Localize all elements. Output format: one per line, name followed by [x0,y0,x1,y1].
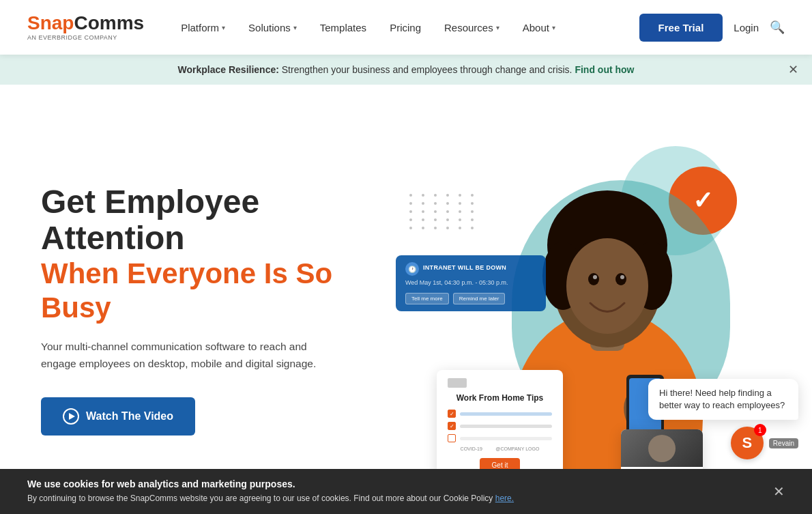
svg-point-7 [588,273,599,285]
work-checkbox-2: ✓ [448,422,456,430]
nav-solutions-label: Solutions [248,22,291,33]
nav-item-pricing[interactable]: Pricing [380,16,431,39]
announcement-body: Strengthen your business and employees t… [282,64,572,75]
chat-bubble: Hi there! Need help finding a better way… [648,379,798,420]
watch-video-label: Watch The Video [86,410,173,423]
platform-chevron-icon: ▾ [222,24,225,31]
nav-item-platform[interactable]: Platform ▾ [171,16,235,39]
notif-title: INTRANET WILL BE DOWN [423,264,506,271]
announcement-bold: Workplace Resilience: [178,64,279,75]
login-link[interactable]: Login [734,22,759,33]
notif-buttons: Tell me more Remind me later [405,293,536,304]
cookie-text: We use cookies for web analytics and mar… [27,479,759,494]
logo-snap: Snap [27,12,74,33]
nav-item-templates[interactable]: Templates [310,16,376,39]
nav-resources-label: Resources [444,22,493,33]
play-circle-icon [63,408,79,425]
svg-point-8 [615,273,626,285]
cookie-policy-link[interactable]: here. [495,494,514,494]
about-chevron-icon: ▾ [552,24,555,31]
logo-comms: Comms [74,12,144,33]
work-checkbox-3 [448,434,456,442]
nav-about-label: About [523,22,549,33]
cookie-close-button[interactable]: ✕ [773,483,785,494]
chat-badge: 1 [754,424,766,436]
navbar: SnapComms AN EVERBRIDGE COMPANY Platform… [0,0,812,55]
nav-right: Free Trial Login 🔍 [639,14,785,42]
solutions-chevron-icon: ▾ [293,24,297,31]
notif-clock-icon: 🕐 [405,262,419,276]
revain-label: Revain [769,438,798,448]
logo[interactable]: SnapComms AN EVERBRIDGE COMPANY [27,14,144,41]
nav-item-solutions[interactable]: Solutions ▾ [239,16,306,39]
notif-btn-tell-more[interactable]: Tell me more [405,293,449,304]
work-card-logo [448,378,467,388]
announcement-link[interactable]: Find out how [575,64,634,75]
watch-video-button[interactable]: Watch The Video [41,397,195,436]
notif-btn-remind[interactable]: Remind me later [453,293,506,304]
nav-links: Platform ▾ Solutions ▾ Templates Pricing… [171,16,639,39]
svg-point-6 [566,238,648,334]
cookie-title: We use cookies for web analytics and mar… [27,479,759,489]
search-icon[interactable]: 🔍 [770,20,785,35]
work-card-footer: COVID-19 @COMPANY LOGO [448,446,552,451]
svg-point-10 [620,275,624,279]
announcement-close-icon[interactable]: ✕ [788,62,798,77]
nav-pricing-label: Pricing [390,22,421,33]
cookie-body: By continuing to browse the SnapComms we… [27,492,759,494]
notif-body: Wed May 1st, 04:30 p.m. - 05:30 p.m. [405,279,536,287]
work-from-home-card: Work From Home Tips ✓ ✓ COVID-19 @COMPAN… [437,370,563,481]
svg-point-9 [593,275,597,279]
resources-chevron-icon: ▾ [496,24,499,31]
chat-avatar-row: S 1 Revain [731,427,798,459]
hero-title-line1: Get Employee Attention [41,184,368,257]
hero-left: Get Employee Attention When Everyone Is … [41,184,396,436]
nav-platform-label: Platform [181,22,219,33]
announcement-bar: Workplace Resilience: Strengthen your bu… [0,55,812,85]
nav-item-resources[interactable]: Resources ▾ [435,16,509,39]
logo-subtitle: AN EVERBRIDGE COMPANY [27,34,144,41]
notification-card: 🕐 INTRANET WILL BE DOWN Wed May 1st, 04:… [396,255,546,311]
hero-subtitle: Your multi-channel communication softwar… [41,339,341,373]
hero-title-line2: When Everyone Is So Busy [41,257,368,326]
chat-avatar-wrapper[interactable]: S 1 [731,427,764,459]
free-trial-button[interactable]: Free Trial [639,14,723,42]
chat-widget: Hi there! Need help finding a better way… [648,379,798,459]
work-card-title: Work From Home Tips [448,393,552,403]
nav-item-about[interactable]: About ▾ [513,16,565,39]
nav-templates-label: Templates [320,22,366,33]
play-triangle-icon [69,413,75,420]
work-checkbox-1: ✓ [448,410,456,418]
cookie-banner: We use cookies for web analytics and mar… [0,469,812,494]
